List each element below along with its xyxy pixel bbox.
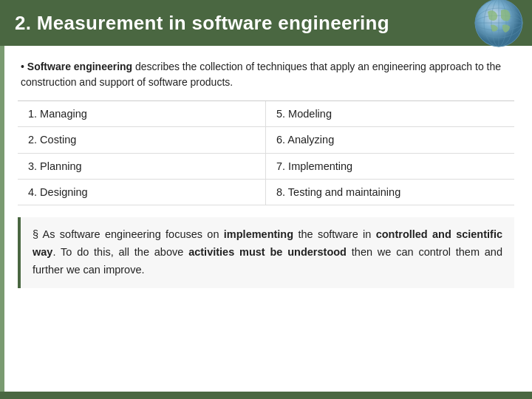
bottom-paragraph: § As software engineering focuses on imp… [33,226,502,279]
bullet-bold: Software engineering [27,61,132,72]
list-grid: 1. Managing 5. Modeling 2. Costing 6. An… [18,100,514,205]
list-item: 8. Testing and maintaining [266,180,514,205]
list-item: 7. Implementing [266,154,514,180]
globe-icon [473,0,525,49]
bullet-section: • Software engineering describes the col… [18,59,514,90]
bottom-section: § As software engineering focuses on imp… [18,217,514,288]
side-accent [0,46,4,392]
list-item: 6. Analyzing [266,127,514,153]
footer-bar [0,392,532,399]
list-item: 3. Planning [18,154,266,180]
header-bar: 2. Measurement in software engineering [0,0,532,46]
bullet-prefix: • [21,61,27,72]
slide: 2. Measurement in software engineering [0,0,532,399]
content-area: • Software engineering describes the col… [0,46,532,300]
bullet-paragraph: • Software engineering describes the col… [21,59,514,90]
list-item: 2. Costing [18,127,266,153]
bottom-bold3: activities must be understood [188,246,347,258]
bottom-bold1: implementing [224,228,293,240]
bottom-part2: the software in [293,228,376,240]
list-item: 5. Modeling [266,101,514,127]
bottom-part3: . To do this, all the above [52,246,188,258]
list-item: 1. Managing [18,101,266,127]
slide-title: 2. Measurement in software engineering [15,12,389,35]
bottom-part1: § As software engineering focuses on [33,228,224,240]
list-item: 4. Designing [18,180,266,205]
